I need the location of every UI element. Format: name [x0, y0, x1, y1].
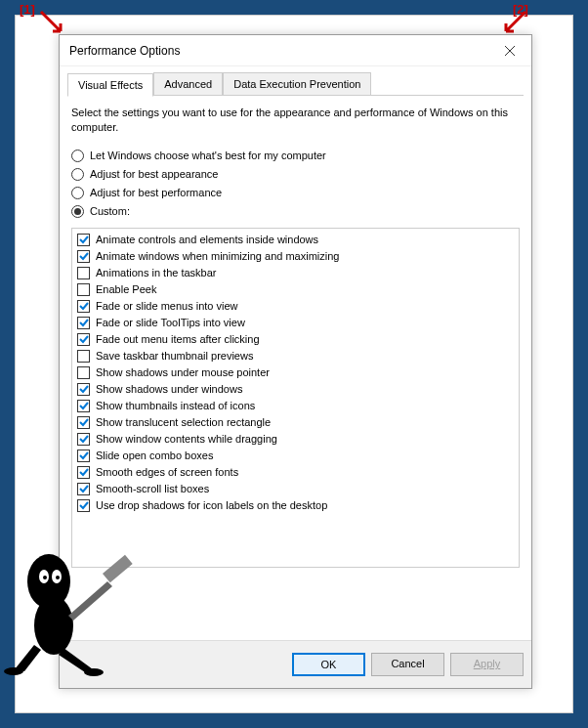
- check-label: Animations in the taskbar: [96, 267, 217, 278]
- visual-effects-checklist[interactable]: Animate controls and elements inside win…: [71, 228, 520, 568]
- description-text: Select the settings you want to use for …: [71, 106, 520, 136]
- check-option[interactable]: Show thumbnails instead of icons: [75, 398, 516, 414]
- radio-group: Let Windows choose what's best for my co…: [71, 150, 520, 218]
- check-label: Fade or slide ToolTips into view: [96, 317, 245, 328]
- checkbox-icon: [77, 333, 90, 346]
- check-option[interactable]: Fade or slide ToolTips into view: [75, 315, 516, 331]
- close-button[interactable]: [487, 35, 531, 66]
- check-label: Show shadows under mouse pointer: [96, 366, 270, 378]
- check-option[interactable]: Show shadows under mouse pointer: [75, 364, 516, 381]
- checkbox-icon: [77, 416, 90, 429]
- ok-button[interactable]: OK: [292, 653, 365, 676]
- checkbox-icon: [77, 283, 90, 296]
- checkbox-icon: [77, 499, 90, 512]
- titlebar: Performance Options: [60, 35, 531, 66]
- svg-point-4: [56, 576, 60, 579]
- checkbox-icon: [77, 317, 90, 329]
- check-option[interactable]: Animate controls and elements inside win…: [75, 232, 516, 248]
- check-option[interactable]: Smooth edges of screen fonts: [75, 464, 516, 481]
- checkbox-icon: [77, 466, 90, 479]
- checkbox-icon: [77, 450, 90, 462]
- check-label: Show shadows under windows: [96, 383, 242, 395]
- check-option[interactable]: Fade out menu items after clicking: [75, 331, 516, 348]
- radio-option[interactable]: Adjust for best performance: [71, 187, 520, 199]
- check-option[interactable]: Show window contents while dragging: [75, 431, 516, 448]
- check-label: Smooth edges of screen fonts: [96, 466, 238, 478]
- radio-option[interactable]: Adjust for best appearance: [71, 168, 520, 181]
- radio-label: Let Windows choose what's best for my co…: [90, 150, 326, 161]
- check-option[interactable]: Use drop shadows for icon labels on the …: [75, 497, 516, 514]
- annotation-1: [1]: [20, 2, 35, 17]
- checkbox-icon: [77, 300, 90, 313]
- check-label: Save taskbar thumbnail previews: [96, 350, 253, 362]
- checkbox-icon: [77, 366, 90, 379]
- check-option[interactable]: Fade or slide menus into view: [75, 298, 516, 315]
- checkbox-icon: [77, 433, 90, 446]
- svg-point-5: [34, 596, 73, 655]
- checkbox-icon: [77, 483, 90, 495]
- svg-point-3: [43, 576, 47, 579]
- apply-button: Apply: [450, 653, 524, 676]
- tab-advanced[interactable]: Advanced: [153, 72, 223, 95]
- check-label: Show window contents while dragging: [96, 433, 277, 445]
- check-label: Use drop shadows for icon labels on the …: [96, 499, 327, 511]
- radio-option[interactable]: Let Windows choose what's best for my co…: [71, 150, 520, 162]
- check-label: Enable Peek: [96, 283, 156, 295]
- check-option[interactable]: Enable Peek: [75, 281, 516, 298]
- check-label: Animate windows when minimizing and maxi…: [96, 250, 339, 262]
- radio-label: Custom:: [90, 205, 130, 217]
- check-label: Show thumbnails instead of icons: [96, 400, 255, 411]
- check-option[interactable]: Save taskbar thumbnail previews: [75, 348, 516, 364]
- checkbox-icon: [77, 400, 90, 412]
- close-icon: [505, 46, 515, 56]
- radio-icon: [71, 187, 84, 199]
- svg-point-8: [84, 668, 104, 676]
- check-label: Show translucent selection rectangle: [96, 416, 271, 428]
- checkbox-icon: [77, 267, 90, 279]
- check-label: Fade or slide menus into view: [96, 300, 238, 312]
- check-label: Fade out menu items after clicking: [96, 333, 260, 345]
- check-label: Smooth-scroll list boxes: [96, 483, 209, 494]
- check-option[interactable]: Show shadows under windows: [75, 381, 516, 398]
- check-label: Animate controls and elements inside win…: [96, 234, 318, 245]
- radio-icon: [71, 150, 84, 162]
- radio-label: Adjust for best performance: [90, 187, 222, 198]
- tab-dep[interactable]: Data Execution Prevention: [223, 72, 371, 95]
- tab-visual-effects[interactable]: Visual Effects: [67, 73, 153, 97]
- checkbox-icon: [77, 250, 90, 263]
- checkbox-icon: [77, 350, 90, 363]
- radio-option[interactable]: Custom:: [71, 205, 520, 218]
- svg-rect-6: [103, 555, 133, 582]
- cancel-button[interactable]: Cancel: [371, 653, 444, 676]
- check-option[interactable]: Show translucent selection rectangle: [75, 414, 516, 431]
- check-option[interactable]: Slide open combo boxes: [75, 448, 516, 464]
- character-illustration: [0, 533, 147, 679]
- tab-strip: Visual Effects Advanced Data Execution P…: [67, 72, 524, 96]
- check-option[interactable]: Animate windows when minimizing and maxi…: [75, 248, 516, 265]
- check-option[interactable]: Animations in the taskbar: [75, 265, 516, 281]
- radio-label: Adjust for best appearance: [90, 168, 218, 180]
- svg-point-7: [4, 667, 23, 675]
- checkbox-icon: [77, 383, 90, 396]
- check-option[interactable]: Smooth-scroll list boxes: [75, 481, 516, 497]
- check-label: Slide open combo boxes: [96, 450, 213, 461]
- dialog-title: Performance Options: [69, 44, 180, 58]
- radio-icon: [71, 168, 84, 181]
- checkbox-icon: [77, 234, 90, 246]
- radio-icon: [71, 205, 84, 218]
